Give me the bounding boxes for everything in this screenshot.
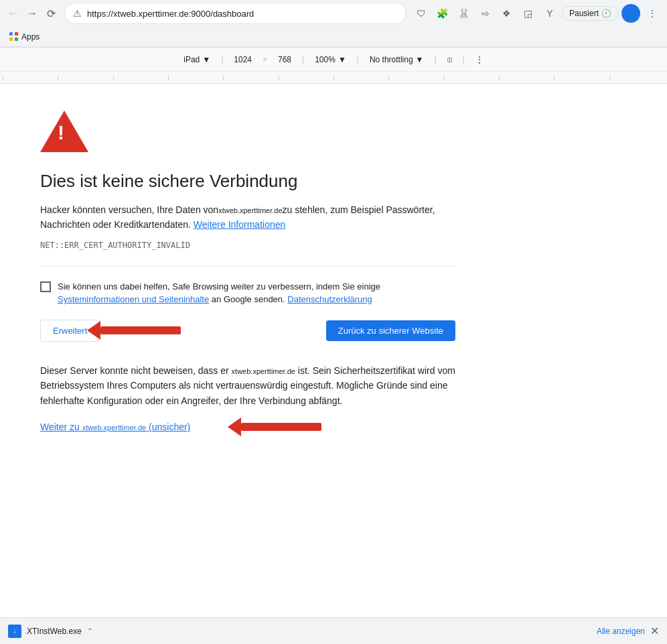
ruler-mark — [279, 76, 334, 80]
ruler-mark — [113, 76, 168, 80]
bottom-right: Alle anzeigen ✕ — [597, 625, 659, 637]
divider1 — [40, 266, 455, 267]
arrow-head-1 — [87, 321, 100, 340]
width-display: 1024 — [234, 55, 252, 64]
pause-button[interactable]: Pausiert 🕘 — [562, 6, 619, 21]
ruler-marks — [0, 76, 667, 80]
weiter-domain: xtweb.xperttimer.de — [82, 424, 146, 432]
zoom-chevron-icon: ▼ — [338, 55, 346, 64]
red-arrow-2 — [228, 417, 321, 436]
download-file-icon: ↓ — [8, 625, 21, 638]
separator6: | — [463, 55, 465, 64]
download-item: ↓ XTInstWeb.exe ⌃ — [8, 625, 92, 638]
error-title: Dies ist keine sichere Verbindung — [40, 171, 627, 192]
close-download-button[interactable]: ✕ — [650, 625, 659, 637]
download-filename: XTInstWeb.exe — [27, 627, 82, 636]
more-info-link[interactable]: Weitere Informationen — [194, 219, 285, 230]
buttons-row: Erweitert Zurück zu sicherer Website — [40, 320, 455, 342]
desc-domain: xtweb.xperttimer.de — [218, 206, 282, 214]
profile-button[interactable]: 👤 — [621, 4, 640, 23]
back-button[interactable]: ← — [5, 5, 21, 21]
height-display: 768 — [278, 55, 291, 64]
ruler-mark — [609, 76, 664, 80]
grid-icon — [9, 32, 19, 42]
device-chevron-icon: ▼ — [202, 55, 210, 64]
devtools-bar: iPad ▼ | 1024 × 768 | 100% ▼ | No thrott… — [0, 48, 667, 72]
forward-button[interactable]: → — [24, 5, 40, 21]
ruler-mark — [168, 76, 223, 80]
ruler-mark — [444, 76, 499, 80]
orientation-icon[interactable]: ⎅ — [447, 55, 452, 64]
ruler — [0, 72, 667, 84]
puzzle-icon[interactable]: 🧩 — [433, 4, 452, 23]
separator2: × — [263, 55, 267, 64]
ruler-mark — [3, 76, 58, 80]
zoom-label: 100% — [315, 55, 336, 64]
refresh-icon[interactable]: ◲ — [519, 4, 538, 23]
page-content: Dies ist keine sichere Verbindung Hacker… — [0, 84, 667, 595]
warning-icon-wrap — [40, 111, 627, 155]
error-code: NET::ERR_CERT_AUTHORITY_INVALID — [40, 241, 627, 250]
separator4: | — [357, 55, 359, 64]
bookmark-icon[interactable]: ❖ — [498, 4, 516, 23]
arrow-body-1 — [100, 326, 181, 334]
ruler-mark — [223, 76, 278, 80]
separator5: | — [434, 55, 436, 64]
device-label: iPad — [183, 55, 200, 64]
datenschutz-link[interactable]: Datenschutzerklärung — [287, 294, 372, 304]
title-bar: ← → ⟳ ⚠ 🛡 🧩 🐰 ⇨ ❖ ◲ Y Pausiert 🕘 👤 ⋮ — [0, 0, 667, 27]
menu-icon[interactable]: ⋮ — [643, 4, 662, 23]
address-bar-wrap[interactable]: ⚠ — [64, 3, 406, 24]
ruler-mark — [334, 76, 388, 80]
ext-domain: xtweb.xperttimer.de — [232, 367, 295, 375]
red-arrow-1 — [87, 321, 181, 340]
extended-info: Dieser Server konnte nicht beweisen, das… — [40, 363, 455, 408]
toolbar-icons: 🛡 🧩 🐰 ⇨ ❖ ◲ Y Pausiert 🕘 👤 ⋮ — [412, 4, 662, 23]
all-show-button[interactable]: Alle anzeigen — [597, 627, 645, 636]
error-description: Hacker könnten versuchen, Ihre Daten von… — [40, 202, 455, 233]
ruler-mark — [58, 76, 113, 80]
safe-browsing-label2: an Google senden. — [212, 294, 285, 304]
apps-label-text: Apps — [21, 32, 40, 42]
download-expand-icon[interactable]: ⌃ — [87, 627, 92, 635]
separator3: | — [302, 55, 304, 64]
more-options-icon[interactable]: ⋮ — [475, 55, 484, 64]
weiter-prefix: Weiter zu — [40, 422, 80, 432]
throttling-selector[interactable]: No throttling ▼ — [370, 55, 424, 64]
throttling-chevron-icon: ▼ — [416, 55, 424, 64]
bottom-bar: ↓ XTInstWeb.exe ⌃ Alle anzeigen ✕ — [0, 617, 667, 644]
system-info-link[interactable]: Systeminformationen und Seiteninhalte — [58, 294, 209, 304]
ruler-mark — [499, 76, 554, 80]
zurueck-button[interactable]: Zurück zu sicherer Website — [326, 320, 455, 341]
safe-browsing-text: Sie können uns dabei helfen, Safe Browsi… — [58, 280, 455, 306]
safe-browsing-checkbox[interactable] — [40, 281, 51, 292]
zoom-selector[interactable]: 100% ▼ — [315, 55, 346, 64]
device-selector[interactable]: iPad ▼ — [183, 55, 210, 64]
lock-icon: ⚠ — [73, 8, 82, 19]
ruler-mark — [388, 76, 443, 80]
arrow-body-2 — [241, 423, 321, 431]
browser-chrome: ← → ⟳ ⚠ 🛡 🧩 🐰 ⇨ ❖ ◲ Y Pausiert 🕘 👤 ⋮ — [0, 0, 667, 48]
weiter-suffix: (unsicher) — [149, 422, 190, 432]
pause-label: Pausiert — [569, 9, 599, 18]
separator1: | — [221, 55, 223, 64]
weiter-link[interactable]: Weiter zu xtweb.xperttimer.de (unsicher) — [40, 422, 190, 432]
warning-triangle-icon — [40, 111, 88, 152]
apps-button[interactable]: Apps — [5, 31, 44, 43]
throttling-label: No throttling — [370, 55, 413, 64]
ext-text1: Dieser Server konnte nicht beweisen, das… — [40, 365, 229, 376]
shield-icon[interactable]: 🛡 — [412, 4, 431, 23]
send-tab-icon[interactable]: ⇨ — [476, 4, 495, 23]
reload-button[interactable]: ⟳ — [43, 5, 59, 21]
desc-part1: Hacker könnten versuchen, Ihre Daten von — [40, 204, 218, 215]
arrow-head-2 — [228, 417, 241, 436]
clock-icon: 🕘 — [601, 9, 611, 18]
address-bar-url[interactable] — [87, 9, 398, 19]
emoji-icon[interactable]: 🐰 — [455, 4, 473, 23]
safe-browsing-label: Sie können uns dabei helfen, Safe Browsi… — [58, 281, 380, 292]
bookmarks-bar: Apps — [0, 27, 667, 47]
weiter-row: Weiter zu xtweb.xperttimer.de (unsicher) — [40, 422, 627, 432]
nav-buttons: ← → ⟳ — [5, 5, 59, 21]
ruler-mark — [554, 76, 609, 80]
y-icon[interactable]: Y — [540, 4, 559, 23]
